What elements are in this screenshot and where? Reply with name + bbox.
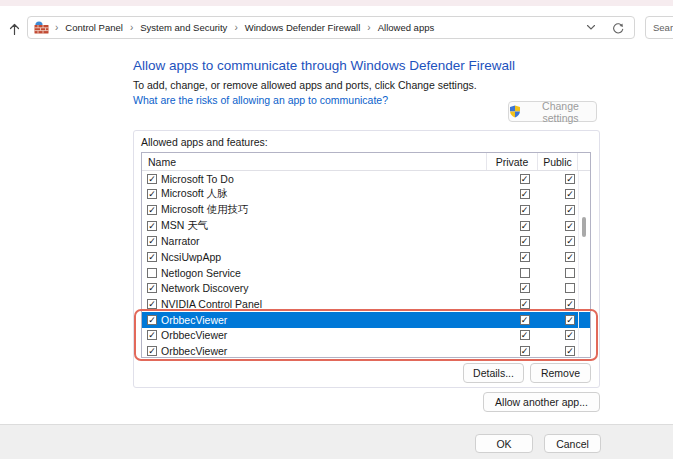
breadcrumb-allowed-apps[interactable]: Allowed apps [378,22,435,33]
column-header-name[interactable]: Name [142,153,487,170]
firewall-icon [34,21,49,34]
app-list-rows: ✓Microsoft To Do✓✓✓Microsoft 人脉✓✓✓Micros… [142,171,590,358]
list-row[interactable]: ✓OrbbecViewer✓✓ [142,312,590,328]
search-input[interactable]: Sear [645,16,673,39]
allowed-apps-list: Name Private Public ✓Microsoft To Do✓✓✓M… [141,152,591,358]
scrollbar-thumb[interactable] [582,217,586,237]
breadcrumb-separator: › [55,22,58,33]
app-name: Microsoft 人脉 [161,187,228,201]
checkbox[interactable]: ✓ [147,299,157,309]
checkbox[interactable]: ✓ [565,299,575,309]
ok-button[interactable]: OK [475,434,533,453]
checkbox[interactable]: ✓ [147,205,157,215]
address-bar[interactable]: › Control Panel › System and Security › … [27,16,635,39]
checkbox[interactable]: ✓ [520,299,530,309]
checkbox[interactable]: ✓ [147,252,157,262]
page-title: Allow apps to communicate through Window… [133,58,515,73]
remove-button[interactable]: Remove [530,363,591,383]
breadcrumb-separator: › [367,22,370,33]
change-settings-button[interactable]: Change settings [508,101,597,122]
cancel-button[interactable]: Cancel [544,434,601,453]
checkbox[interactable]: ✓ [147,236,157,246]
breadcrumb-separator: › [234,22,237,33]
breadcrumb-control-panel[interactable]: Control Panel [65,22,123,33]
list-header: Name Private Public [142,153,590,171]
allow-another-app-button[interactable]: Allow another app... [483,392,600,412]
checkbox[interactable]: ✓ [565,221,575,231]
app-name: Netlogon Service [161,267,241,279]
checkbox[interactable]: ✓ [520,315,530,325]
checkbox[interactable]: ✓ [565,236,575,246]
list-row[interactable]: ✓Microsoft 人脉✓✓ [142,187,590,203]
checkbox[interactable] [520,268,530,278]
column-header-spacer [578,153,590,170]
breadcrumb: › Control Panel › System and Security › … [55,22,586,33]
checkbox[interactable]: ✓ [565,315,575,325]
page-subtitle: To add, change, or remove allowed apps a… [133,79,477,91]
checkbox[interactable]: ✓ [147,315,157,325]
chevron-down-icon[interactable] [586,24,596,31]
uac-shield-icon [509,105,521,118]
checkbox[interactable]: ✓ [520,221,530,231]
list-row[interactable]: ✓NcsiUwpApp✓✓ [142,249,590,265]
list-row[interactable]: ✓OrbbecViewer✓✓ [142,343,590,358]
scrollbar-track [578,171,579,358]
list-row[interactable]: ✓MSN 天气✓✓ [142,218,590,234]
up-arrow-icon [8,23,21,36]
checkbox[interactable] [147,268,157,278]
up-button[interactable] [2,17,26,41]
search-text: Sear [653,22,673,33]
checkbox[interactable]: ✓ [520,236,530,246]
list-row[interactable]: ✓Network Discovery✓ [142,281,590,297]
list-row[interactable]: ✓Microsoft 使用技巧✓✓ [142,202,590,218]
app-name: OrbbecViewer [161,314,227,326]
checkbox[interactable] [565,283,575,293]
change-settings-label: Change settings [525,100,596,124]
list-row[interactable]: ✓Microsoft To Do✓✓ [142,171,590,187]
checkbox[interactable]: ✓ [520,252,530,262]
app-name: OrbbecViewer [161,329,227,341]
checkbox[interactable]: ✓ [520,174,530,184]
checkbox[interactable]: ✓ [565,205,575,215]
checkbox[interactable]: ✓ [147,283,157,293]
checkbox[interactable]: ✓ [565,252,575,262]
checkbox[interactable]: ✓ [565,189,575,199]
list-row[interactable]: ✓OrbbecViewer✓✓ [142,328,590,344]
app-name: MSN 天气 [161,219,208,233]
app-name: OrbbecViewer [161,345,227,357]
breadcrumb-windows-defender-firewall[interactable]: Windows Defender Firewall [245,22,361,33]
checkbox[interactable]: ✓ [520,205,530,215]
checkbox[interactable]: ✓ [520,283,530,293]
checkbox[interactable]: ✓ [147,189,157,199]
column-header-private[interactable]: Private [487,153,538,170]
allowed-apps-window: › Control Panel › System and Security › … [0,0,673,459]
app-name: NcsiUwpApp [161,251,221,263]
app-name: Microsoft To Do [161,173,234,185]
refresh-icon[interactable] [612,22,624,34]
checkbox[interactable]: ✓ [147,174,157,184]
list-row[interactable]: Netlogon Service [142,265,590,281]
app-name: Network Discovery [161,282,249,294]
checkbox[interactable]: ✓ [565,346,575,356]
column-header-public[interactable]: Public [538,153,578,170]
checkbox[interactable]: ✓ [520,330,530,340]
checkbox[interactable]: ✓ [147,330,157,340]
risks-help-link[interactable]: What are the risks of allowing an app to… [133,94,388,106]
allowed-apps-label: Allowed apps and features: [141,136,268,148]
checkbox[interactable]: ✓ [565,330,575,340]
details-button[interactable]: Details... [463,363,524,383]
checkbox[interactable]: ✓ [565,174,575,184]
checkbox[interactable]: ✓ [520,346,530,356]
checkbox[interactable]: ✓ [520,189,530,199]
breadcrumb-separator: › [130,22,133,33]
app-name: NVIDIA Control Panel [161,298,262,310]
app-name: Narrator [161,235,200,247]
app-name: Microsoft 使用技巧 [161,203,249,217]
navigation-bar: › Control Panel › System and Security › … [0,6,673,46]
list-row[interactable]: ✓NVIDIA Control Panel✓✓ [142,296,590,312]
list-row[interactable]: ✓Narrator✓✓ [142,234,590,250]
checkbox[interactable]: ✓ [147,346,157,356]
checkbox[interactable]: ✓ [147,221,157,231]
checkbox[interactable] [565,268,575,278]
breadcrumb-system-and-security[interactable]: System and Security [140,22,227,33]
